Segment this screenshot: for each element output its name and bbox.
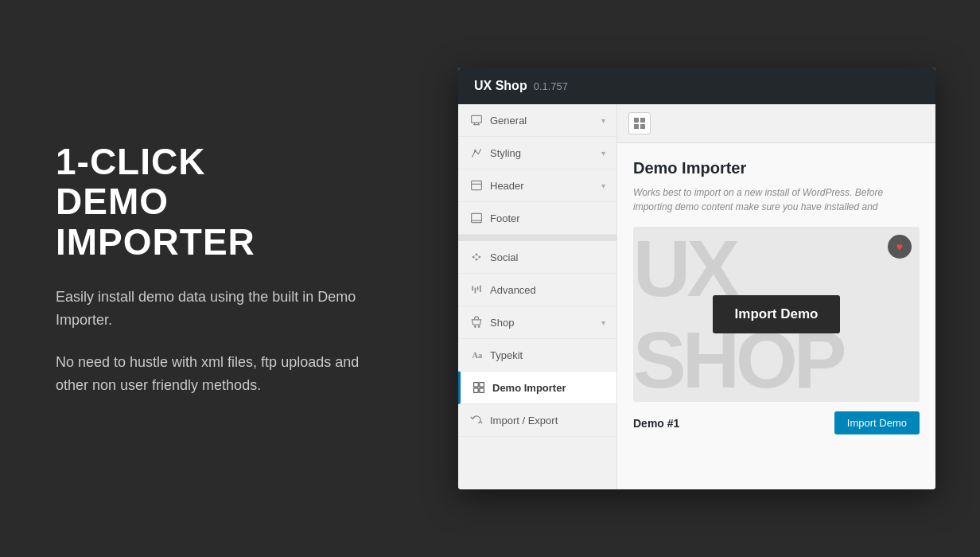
svg-rect-17 <box>472 286 473 290</box>
sidebar-label-typekit: Typekit <box>490 349 523 361</box>
sidebar-label-shop: Shop <box>490 317 514 329</box>
social-icon <box>469 250 484 264</box>
svg-point-12 <box>476 259 477 260</box>
shop-icon <box>469 315 484 329</box>
sidebar-divider <box>458 235 616 241</box>
description-2: No need to hustle with xml files, ftp up… <box>56 351 374 397</box>
sidebar-item-header[interactable]: Header ▾ <box>458 169 616 202</box>
import-export-icon <box>469 413 484 427</box>
typekit-icon: Aa <box>469 348 484 362</box>
demo-importer-desc: Works best to import on a new install of… <box>633 185 920 214</box>
wp-content: General ▾ Styling ▾ Header ▾ <box>458 104 935 489</box>
sidebar-label-general: General <box>490 115 527 127</box>
sidebar-item-shop[interactable]: Shop ▾ <box>458 306 616 339</box>
svg-rect-29 <box>640 118 645 123</box>
svg-point-11 <box>479 256 480 258</box>
monitor-icon <box>469 113 484 127</box>
wp-title: UX Shop <box>474 79 527 93</box>
svg-rect-0 <box>472 115 482 123</box>
sidebar-label-styling: Styling <box>490 147 521 159</box>
sidebar-label-demo-importer: Demo Importer <box>492 382 566 394</box>
sidebar-item-demo-importer[interactable]: Demo Importer <box>458 372 616 404</box>
svg-rect-31 <box>640 124 645 129</box>
wp-main: Demo Importer Works best to import on a … <box>617 104 935 489</box>
svg-point-9 <box>472 256 474 258</box>
chevron-icon: ▾ <box>601 149 605 158</box>
heart-badge: ♥ <box>888 235 912 259</box>
import-demo-button[interactable]: Import Demo <box>834 411 920 434</box>
wp-main-content: Demo Importer Works best to import on a … <box>617 143 935 489</box>
demo-name: Demo #1 <box>633 417 679 430</box>
sidebar-label-import-export: Import / Export <box>490 415 558 427</box>
svg-rect-26 <box>474 388 479 393</box>
footer-icon <box>469 211 484 225</box>
chevron-icon: ▾ <box>601 318 605 327</box>
sidebar-item-general[interactable]: General ▾ <box>458 104 616 137</box>
chevron-icon: ▾ <box>601 181 605 190</box>
sidebar-label-advanced: Advanced <box>490 284 536 296</box>
svg-rect-5 <box>472 181 482 189</box>
wp-main-header <box>617 104 935 143</box>
svg-rect-27 <box>480 388 484 393</box>
svg-point-10 <box>476 254 477 255</box>
svg-rect-24 <box>474 383 479 388</box>
sidebar-item-social[interactable]: Social <box>458 241 616 274</box>
description-1: Easily install demo data using the built… <box>56 286 374 332</box>
demo-footer-row: Demo #1 Import Demo <box>633 402 920 434</box>
wp-version: 0.1.757 <box>534 80 568 92</box>
svg-rect-20 <box>480 285 481 292</box>
wp-header: UX Shop 0.1.757 <box>458 68 935 104</box>
svg-point-21 <box>475 326 476 328</box>
wp-panel: UX Shop 0.1.757 General ▾ Styli <box>458 68 935 489</box>
sidebar-item-advanced[interactable]: Advanced <box>458 274 616 306</box>
svg-rect-30 <box>634 124 639 129</box>
svg-point-4 <box>474 150 476 152</box>
right-panel: UX Shop 0.1.757 General ▾ Styli <box>430 52 980 505</box>
sidebar-label-social: Social <box>490 251 518 263</box>
main-title: 1-CLICK DEMO IMPORTER <box>56 142 374 263</box>
svg-line-13 <box>474 255 476 257</box>
chevron-icon: ▾ <box>601 116 605 125</box>
import-demo-overlay-button[interactable]: Import Demo <box>713 295 841 333</box>
wp-sidebar: General ▾ Styling ▾ Header ▾ <box>458 104 617 489</box>
grid-view-icon[interactable] <box>628 112 651 134</box>
svg-line-14 <box>477 255 479 257</box>
advanced-icon <box>469 282 484 297</box>
demo-importer-title: Demo Importer <box>633 159 920 177</box>
svg-line-16 <box>474 258 476 259</box>
svg-rect-18 <box>475 288 476 294</box>
left-panel: 1-CLICK DEMO IMPORTER Easily install dem… <box>0 94 430 464</box>
svg-rect-19 <box>477 286 479 290</box>
sidebar-item-import-export[interactable]: Import / Export <box>458 404 616 437</box>
demo-importer-icon <box>472 380 486 395</box>
sidebar-item-footer[interactable]: Footer <box>458 202 616 235</box>
svg-line-15 <box>477 258 479 259</box>
sidebar-item-typekit[interactable]: Aa Typekit <box>458 339 616 372</box>
sidebar-label-footer: Footer <box>490 212 520 224</box>
sidebar-label-header: Header <box>490 180 524 192</box>
demo-preview-area: UX SHOP ♥ Import Demo <box>633 227 920 402</box>
svg-rect-28 <box>634 118 639 123</box>
styling-icon <box>469 146 484 160</box>
svg-text:Aa: Aa <box>472 351 483 360</box>
svg-rect-7 <box>472 213 482 222</box>
sidebar-item-styling[interactable]: Styling ▾ <box>458 137 616 169</box>
svg-rect-25 <box>480 383 484 388</box>
header-icon <box>469 178 484 193</box>
svg-point-22 <box>478 326 480 328</box>
